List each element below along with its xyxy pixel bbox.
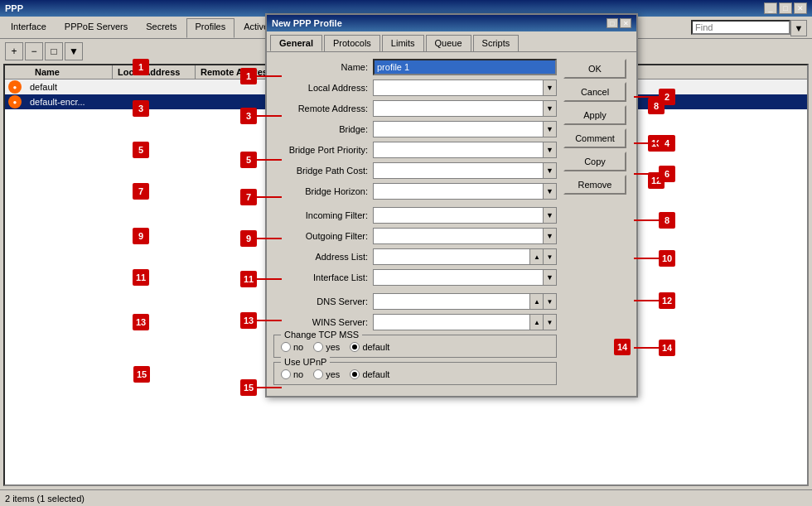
name-input[interactable] — [373, 59, 557, 75]
badge-overlay-1: 1 — [240, 68, 257, 84]
local-address-wrapper: ▼ — [373, 80, 557, 96]
tcp-mss-no-radio[interactable] — [281, 342, 291, 352]
badge-overlay-14: 14 — [659, 340, 675, 356]
name-row: 1 Name: — [273, 59, 557, 75]
bridge-horizon-wrapper: ▼ — [373, 183, 557, 200]
interface-list-row: 11 Interface List: ▼ — [273, 269, 557, 286]
bridge-horizon-select[interactable] — [373, 183, 544, 200]
outgoing-filter-select[interactable] — [373, 228, 544, 244]
bridge-port-priority-select[interactable] — [373, 142, 544, 158]
tcp-mss-legend: Change TCP MSS — [281, 330, 362, 340]
outgoing-filter-dropdown[interactable]: ▼ — [543, 228, 557, 244]
upnp-radio-group: no yes default — [281, 366, 549, 379]
wins-server-down[interactable]: ▼ — [543, 314, 557, 330]
copy-button[interactable]: Copy — [563, 152, 626, 171]
bridge-path-cost-row: Bridge Path Cost: ▼ — [273, 162, 557, 179]
upnp-default-radio[interactable] — [350, 369, 360, 379]
badge-overlay-10: 10 — [659, 250, 675, 267]
interface-list-wrapper: ▼ — [373, 269, 557, 286]
bridge-path-cost-select[interactable] — [373, 162, 544, 179]
dns-server-down[interactable]: ▼ — [543, 293, 557, 310]
address-list-select[interactable] — [373, 248, 530, 265]
badge-1: 1 — [133, 59, 149, 75]
bridge-dropdown[interactable]: ▼ — [543, 121, 557, 137]
cancel-button[interactable]: Cancel — [563, 82, 626, 102]
modal-restore-btn[interactable]: □ — [607, 18, 618, 28]
modal-close-btn[interactable]: ✕ — [620, 18, 631, 28]
tab-queue[interactable]: Queue — [426, 35, 471, 51]
upnp-yes[interactable]: yes — [313, 369, 340, 379]
badge-9: 9 — [133, 228, 149, 244]
bridge-horizon-dropdown[interactable]: ▼ — [543, 183, 557, 200]
tcp-mss-default-radio[interactable] — [350, 342, 360, 352]
tab-scripts[interactable]: Scripts — [473, 35, 520, 51]
ok-button[interactable]: OK — [563, 59, 626, 79]
remote-address-dropdown[interactable]: ▼ — [543, 100, 557, 117]
dns-server-up[interactable]: ▲ — [529, 293, 544, 310]
wins-server-select[interactable] — [373, 314, 530, 330]
badge-overlay-12: 12 — [659, 292, 675, 309]
bridge-path-cost-dropdown[interactable]: ▼ — [543, 162, 557, 179]
modal-tabs: General Protocols Limits Queue Scripts — [267, 31, 636, 52]
comment-button[interactable]: Comment — [563, 128, 626, 148]
upnp-legend: Use UPnP — [281, 357, 330, 367]
tcp-mss-yes[interactable]: yes — [313, 342, 340, 352]
badge-overlay-6: 6 — [659, 166, 675, 182]
badge-overlay-7: 7 — [240, 189, 257, 205]
badge-overlay-5: 5 — [240, 152, 257, 168]
tcp-mss-yes-radio[interactable] — [313, 342, 323, 352]
tab-protocols[interactable]: Protocols — [324, 35, 380, 51]
address-list-down[interactable]: ▼ — [543, 248, 557, 265]
incoming-filter-label: Incoming Filter: — [273, 210, 373, 220]
badge-overlay-3: 3 — [240, 108, 257, 124]
tab-general[interactable]: General — [270, 35, 322, 51]
address-list-row: Address List: ▲ ▼ — [273, 248, 557, 265]
bridge-port-priority-dropdown[interactable]: ▼ — [543, 142, 557, 158]
dns-server-label: DNS Server: — [273, 296, 373, 306]
badge-15: 15 — [133, 366, 150, 383]
upnp-no[interactable]: no — [281, 369, 303, 379]
address-list-label: Address List: — [273, 252, 373, 262]
wins-server-row: 13 WINS Server: ▲ ▼ — [273, 314, 557, 330]
tcp-mss-default[interactable]: default — [350, 342, 389, 352]
wins-server-label: WINS Server: — [273, 317, 373, 327]
tcp-mss-no[interactable]: no — [281, 342, 303, 352]
badge-3: 3 — [133, 100, 149, 117]
remove-button[interactable]: Remove — [563, 175, 626, 195]
bridge-select[interactable] — [373, 121, 544, 137]
tcp-mss-no-label: no — [293, 342, 303, 352]
wins-server-up[interactable]: ▲ — [529, 314, 544, 330]
dns-server-row: DNS Server: ▲ ▼ — [273, 293, 557, 310]
upnp-no-radio[interactable] — [281, 369, 291, 379]
badge-13: 13 — [133, 314, 149, 330]
outgoing-filter-row: 9 Outgoing Filter: ▼ — [273, 228, 557, 244]
local-address-dropdown[interactable]: ▼ — [543, 80, 557, 96]
interface-list-dropdown[interactable]: ▼ — [543, 269, 557, 286]
incoming-filter-dropdown[interactable]: ▼ — [543, 207, 557, 224]
tcp-mss-group: Change TCP MSS no yes default — [273, 335, 557, 358]
tcp-mss-radio-group: no yes default — [281, 339, 549, 352]
upnp-yes-radio[interactable] — [313, 369, 323, 379]
upnp-yes-label: yes — [326, 369, 340, 379]
apply-button[interactable]: Apply — [563, 105, 626, 125]
tab-limits[interactable]: Limits — [382, 35, 424, 51]
dns-server-wrapper: ▲ ▼ — [373, 293, 557, 310]
dns-server-select[interactable] — [373, 293, 530, 310]
badge-overlay-4: 4 — [659, 135, 675, 152]
badge-overlay-8: 8 — [659, 212, 675, 229]
tcp-mss-default-label: default — [362, 342, 389, 352]
bridge-port-priority-row: 5 Bridge Port Priority: ▼ — [273, 142, 557, 158]
modal-overlay: New PPP Profile □ ✕ General Protocols Li… — [0, 0, 812, 506]
modal-form: 1 Name: Local Address: ▼ 3 Remote Addres… — [273, 59, 557, 389]
remote-address-select[interactable] — [373, 100, 544, 117]
incoming-filter-select[interactable] — [373, 207, 544, 224]
upnp-default[interactable]: default — [350, 369, 389, 379]
local-address-select[interactable] — [373, 80, 544, 96]
modal-title: New PPP Profile — [272, 18, 342, 28]
modal-title-bar: New PPP Profile □ ✕ — [267, 15, 636, 31]
bridge-row: Bridge: ▼ — [273, 121, 557, 137]
bridge-label: Bridge: — [273, 124, 373, 134]
address-list-up[interactable]: ▲ — [529, 248, 544, 265]
interface-list-select[interactable] — [373, 269, 544, 286]
interface-list-label: Interface List: — [273, 272, 373, 282]
